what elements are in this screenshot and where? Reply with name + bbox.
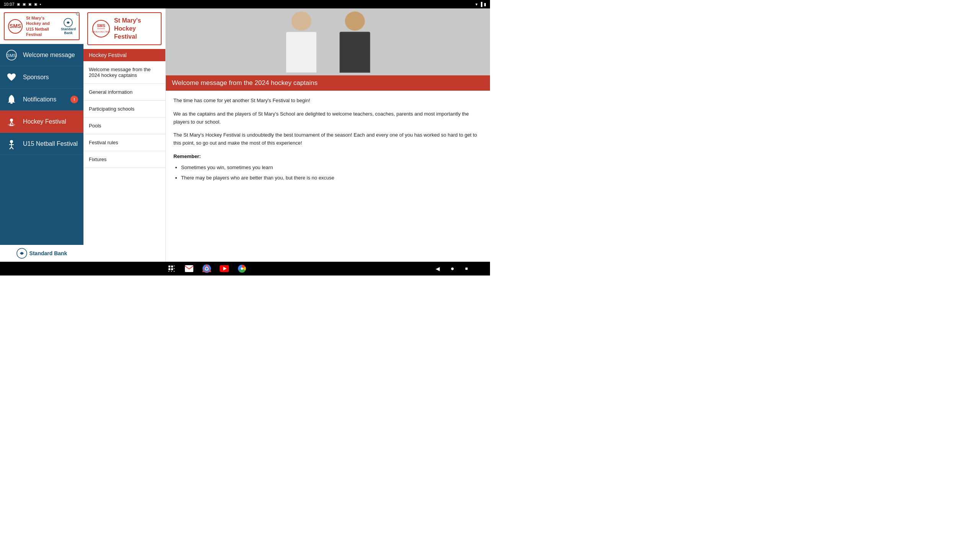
svg-text:SMS: SMS bbox=[10, 23, 21, 29]
captains-photo bbox=[166, 8, 490, 75]
svg-point-7 bbox=[10, 119, 13, 122]
content-header-title: Welcome message from the 2024 hockey cap… bbox=[172, 79, 318, 86]
notifications-label: Notifications bbox=[23, 96, 56, 103]
svg-rect-29 bbox=[174, 271, 175, 272]
svg-rect-24 bbox=[168, 268, 170, 270]
sidebar-footer: Standard Bank bbox=[0, 245, 83, 262]
menu-column: SMS CANDIDA RECTAQUE St Mary's Hockey Fe… bbox=[83, 8, 166, 262]
menu-section-header: Hockey Festival bbox=[83, 49, 165, 61]
menu-item-schools[interactable]: Participating schools bbox=[83, 101, 165, 117]
notif-icon-2: ▣ bbox=[23, 2, 26, 6]
content-para2: The St Mary's Hockey Festival is undoubt… bbox=[173, 131, 482, 147]
svg-rect-27 bbox=[168, 271, 169, 272]
netball-icon bbox=[5, 138, 18, 150]
notif-icon-4: ▣ bbox=[34, 2, 38, 6]
chrome-app-icon[interactable] bbox=[202, 264, 211, 273]
hockey-label: Hockey Festival bbox=[23, 118, 66, 125]
svg-rect-26 bbox=[174, 268, 175, 269]
content-para1: We as the captains and the players of St… bbox=[173, 110, 482, 126]
welcome-label: Welcome message bbox=[23, 52, 75, 59]
sidebar-item-welcome[interactable]: SMS Welcome message bbox=[0, 44, 83, 66]
sidebar-banner: SMS St Mary's Hockey andU15 Netball Fest… bbox=[4, 12, 80, 40]
status-dot: • bbox=[40, 2, 41, 7]
standard-bank-label: StandardBank bbox=[61, 27, 76, 35]
bottom-nav: ◀ ● ■ bbox=[413, 265, 490, 272]
sidebar-item-hockey[interactable]: Hockey Festival bbox=[0, 111, 83, 133]
captain-1-figure bbox=[278, 11, 324, 73]
svg-text:SMS: SMS bbox=[97, 24, 105, 28]
menu-header-banner: SMS CANDIDA RECTAQUE St Mary's Hockey Fe… bbox=[87, 12, 162, 45]
heart-icon bbox=[5, 71, 18, 83]
signal-icon: ▐ bbox=[479, 2, 482, 7]
captains-image-area bbox=[166, 8, 490, 75]
wifi-icon: ▾ bbox=[475, 2, 478, 7]
menu-item-pools[interactable]: Pools bbox=[83, 117, 165, 134]
svg-line-14 bbox=[10, 147, 11, 149]
captain-2-figure bbox=[332, 11, 378, 73]
svg-text:SMS: SMS bbox=[7, 53, 16, 58]
gmail-app-icon[interactable] bbox=[185, 264, 194, 273]
svg-rect-28 bbox=[171, 271, 172, 272]
menu-title: St Mary's Hockey Festival bbox=[114, 17, 157, 41]
bullet-list: Sometimes you win, sometimes you learn T… bbox=[173, 164, 482, 182]
battery-icon: ▮ bbox=[484, 2, 486, 7]
svg-line-15 bbox=[11, 147, 13, 149]
standard-bank-icon bbox=[64, 18, 73, 27]
footer-sponsor-logo: Standard Bank bbox=[16, 248, 67, 259]
photos-app-icon[interactable] bbox=[237, 264, 247, 273]
svg-rect-21 bbox=[168, 266, 170, 267]
sidebar-nav: SMS Welcome message Sponsors bbox=[0, 44, 83, 245]
menu-item-welcome-msg[interactable]: Welcome message from the 2024 hockey cap… bbox=[83, 61, 165, 84]
apps-grid-button[interactable] bbox=[167, 264, 176, 273]
sidebar-header: ⚙ SMS St Mary's Hockey andU15 Netball Fe… bbox=[0, 8, 83, 44]
banner-title: St Mary's Hockey andU15 Netball Festival bbox=[26, 15, 58, 37]
sidebar-item-netball[interactable]: U15 Netball Festival bbox=[0, 133, 83, 155]
svg-point-33 bbox=[206, 267, 208, 270]
recents-button[interactable]: ■ bbox=[465, 266, 468, 271]
hockey-icon bbox=[5, 116, 18, 128]
svg-text:CANDIDA RECTAQUE: CANDIDA RECTAQUE bbox=[92, 31, 110, 33]
svg-point-11 bbox=[10, 140, 13, 143]
content-panel: Welcome message from the 2024 hockey cap… bbox=[166, 8, 490, 262]
section-header-label: Hockey Festival bbox=[89, 52, 127, 58]
back-button[interactable]: ◀ bbox=[436, 266, 440, 272]
status-right: ▾ ▐ ▮ bbox=[475, 2, 486, 7]
status-bar: 10:07 ▣ ▣ ▣ ▣ • ▾ ▐ ▮ bbox=[0, 0, 490, 8]
menu-item-general-info[interactable]: General information bbox=[83, 84, 165, 101]
bottom-apps bbox=[0, 264, 413, 273]
youtube-app-icon[interactable] bbox=[220, 264, 229, 273]
menu-item-fixtures[interactable]: Fixtures bbox=[83, 151, 165, 168]
svg-rect-22 bbox=[171, 266, 173, 267]
sidebar-item-sponsors[interactable]: Sponsors bbox=[0, 66, 83, 88]
status-time: 10:07 bbox=[4, 2, 15, 7]
content-header-bar: Welcome message from the 2024 hockey cap… bbox=[166, 75, 490, 91]
sidebar-item-notifications[interactable]: Notifications ! bbox=[0, 88, 83, 111]
bell-icon bbox=[5, 93, 18, 106]
bullet-1: Sometimes you win, sometimes you learn bbox=[181, 164, 482, 172]
notification-badge: ! bbox=[70, 96, 78, 103]
menu-stmarys-logo: SMS CANDIDA RECTAQUE bbox=[92, 20, 110, 38]
bottom-bar: ◀ ● ■ bbox=[0, 262, 490, 276]
bullet-2: There may be players who are better than… bbox=[181, 174, 482, 182]
main-area: ⚙ SMS St Mary's Hockey andU15 Netball Fe… bbox=[0, 8, 490, 262]
menu-item-rules[interactable]: Festival rules bbox=[83, 134, 165, 151]
home-button[interactable]: ● bbox=[451, 265, 454, 272]
svg-rect-25 bbox=[171, 268, 173, 270]
school-icon: SMS bbox=[5, 49, 18, 61]
svg-rect-23 bbox=[174, 266, 175, 266]
notif-icon-1: ▣ bbox=[17, 2, 20, 6]
content-body: The time has come for yet another St Mar… bbox=[166, 91, 490, 262]
svg-rect-5 bbox=[10, 103, 13, 104]
menu-list: Welcome message from the 2024 hockey cap… bbox=[83, 61, 165, 262]
gear-icon[interactable]: ⚙ bbox=[75, 11, 80, 17]
notif-icon-3: ▣ bbox=[28, 2, 32, 6]
remember-label: Remember: bbox=[173, 153, 482, 161]
stmarys-logo: SMS bbox=[8, 19, 23, 34]
svg-point-36 bbox=[241, 267, 243, 270]
sponsors-label: Sponsors bbox=[23, 74, 49, 81]
sidebar: ⚙ SMS St Mary's Hockey andU15 Netball Fe… bbox=[0, 8, 83, 262]
netball-label: U15 Netball Festival bbox=[23, 140, 78, 147]
footer-sponsor-text: Standard Bank bbox=[29, 250, 67, 256]
status-left: 10:07 ▣ ▣ ▣ ▣ • bbox=[4, 2, 41, 7]
standard-bank-footer-icon bbox=[16, 248, 27, 259]
